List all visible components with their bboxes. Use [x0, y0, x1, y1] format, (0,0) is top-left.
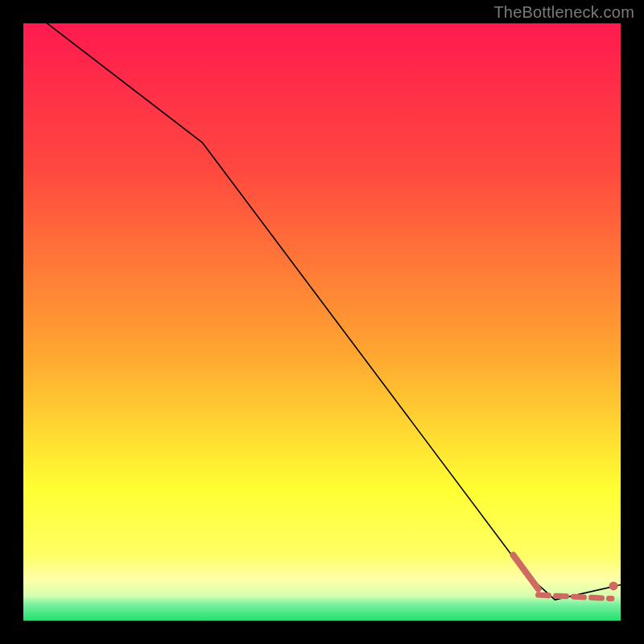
series-accent-flat-dashed	[539, 595, 612, 598]
marker-group	[609, 581, 618, 590]
series-group	[47, 23, 621, 600]
end-marker	[609, 581, 618, 590]
watermark-text: TheBottleneck.com	[493, 3, 634, 22]
series-accent-tail-thick	[513, 555, 538, 588]
lines-layer	[23, 23, 621, 621]
series-main-curve	[47, 23, 621, 600]
plot-area	[23, 23, 621, 621]
chart-stage: TheBottleneck.com	[0, 0, 644, 644]
